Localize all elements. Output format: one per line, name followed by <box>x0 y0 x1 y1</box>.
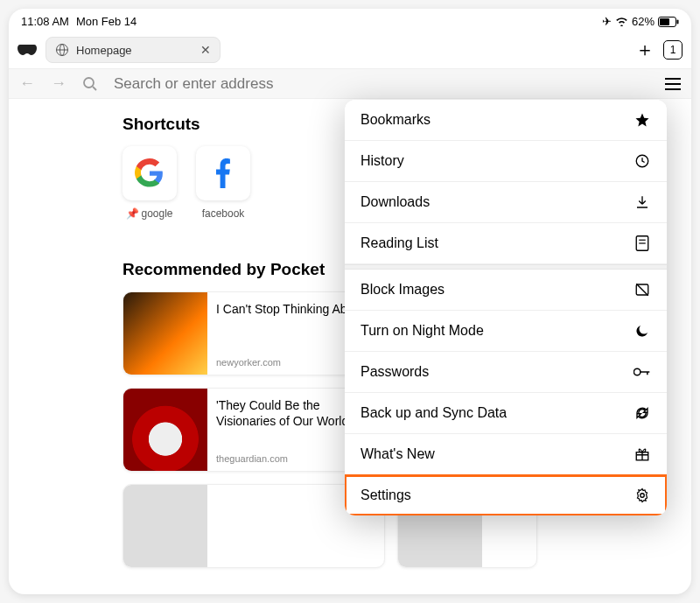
address-bar[interactable] <box>114 75 649 93</box>
moon-icon <box>634 322 651 340</box>
airplane-mode-icon: ✈︎ <box>602 15 612 28</box>
forward-button[interactable]: → <box>51 74 66 93</box>
google-logo-icon <box>122 146 177 200</box>
shortcut-facebook[interactable]: facebook <box>196 146 250 220</box>
tab-count-button[interactable]: 1 <box>663 40 682 60</box>
menu-label: Downloads <box>360 194 430 210</box>
key-icon <box>634 363 651 381</box>
menu-block-images[interactable]: Block Images <box>345 270 667 311</box>
reading-list-icon <box>634 235 651 252</box>
private-mode-icon[interactable] <box>18 45 37 55</box>
menu-bookmarks[interactable]: Bookmarks <box>345 100 667 141</box>
svg-rect-1 <box>660 18 669 25</box>
menu-sync[interactable]: Back up and Sync Data <box>345 393 667 434</box>
shortcut-label: facebook <box>202 207 245 220</box>
pin-icon: 📌 <box>126 207 139 220</box>
menu-label: Passwords <box>360 364 429 380</box>
menu-button[interactable] <box>665 78 681 90</box>
sync-icon <box>634 404 651 422</box>
search-icon <box>82 76 98 92</box>
battery-icon <box>658 17 679 27</box>
card-thumb <box>123 389 207 472</box>
card-title: I Can't Stop Thinking About <box>216 301 364 317</box>
menu-history[interactable]: History <box>345 141 667 182</box>
menu-label: Bookmarks <box>360 112 430 128</box>
globe-icon <box>55 43 69 57</box>
menu-reading-list[interactable]: Reading List <box>345 223 667 264</box>
menu-settings[interactable]: Settings <box>345 475 667 515</box>
menu-label: Back up and Sync Data <box>360 405 507 421</box>
menu-label: What's New <box>360 446 435 462</box>
download-icon <box>634 193 651 211</box>
svg-point-17 <box>634 368 640 375</box>
block-image-icon <box>634 281 651 298</box>
menu-downloads[interactable]: Downloads <box>345 182 667 223</box>
battery-pct: 62% <box>632 15 654 28</box>
status-time: 11:08 AM <box>21 15 69 28</box>
svg-line-16 <box>636 284 648 296</box>
facebook-logo-icon <box>196 146 250 200</box>
menu-label: Reading List <box>360 235 438 251</box>
card-source: newyorker.com <box>216 357 364 368</box>
star-icon <box>634 111 651 129</box>
svg-rect-2 <box>677 19 679 24</box>
clock-icon <box>634 152 651 170</box>
toolbar: ← → <box>9 68 691 99</box>
browser-tab[interactable]: Homepage ✕ <box>46 37 220 63</box>
menu-label: Turn on Night Mode <box>360 323 484 339</box>
wifi-icon <box>615 17 628 26</box>
status-bar: 11:08 AM Mon Feb 14 ✈︎ 62% <box>9 9 691 32</box>
gift-icon <box>634 445 651 463</box>
menu-whats-new[interactable]: What's New <box>345 434 667 475</box>
menu-night-mode[interactable]: Turn on Night Mode <box>345 311 667 352</box>
svg-point-23 <box>640 494 645 498</box>
close-tab-icon[interactable]: ✕ <box>200 43 211 57</box>
shortcut-google[interactable]: 📌google <box>122 146 177 220</box>
shortcut-label: google <box>141 207 172 220</box>
tab-title: Homepage <box>76 44 193 57</box>
status-date: Mon Feb 14 <box>76 15 136 28</box>
card-thumb <box>123 485 207 568</box>
svg-line-7 <box>93 87 96 90</box>
menu-label: Settings <box>360 487 411 503</box>
gear-icon <box>634 487 651 504</box>
menu-label: Block Images <box>360 282 444 298</box>
menu-label: History <box>360 153 404 169</box>
svg-point-6 <box>84 78 94 88</box>
new-tab-button[interactable]: ＋ <box>635 37 654 63</box>
main-menu-panel: Bookmarks History Downloads Reading List… <box>345 100 667 515</box>
tab-bar: Homepage ✕ ＋ 1 <box>9 32 691 68</box>
card-thumb <box>123 292 207 375</box>
back-button[interactable]: ← <box>19 74 35 93</box>
menu-passwords[interactable]: Passwords <box>345 352 667 393</box>
